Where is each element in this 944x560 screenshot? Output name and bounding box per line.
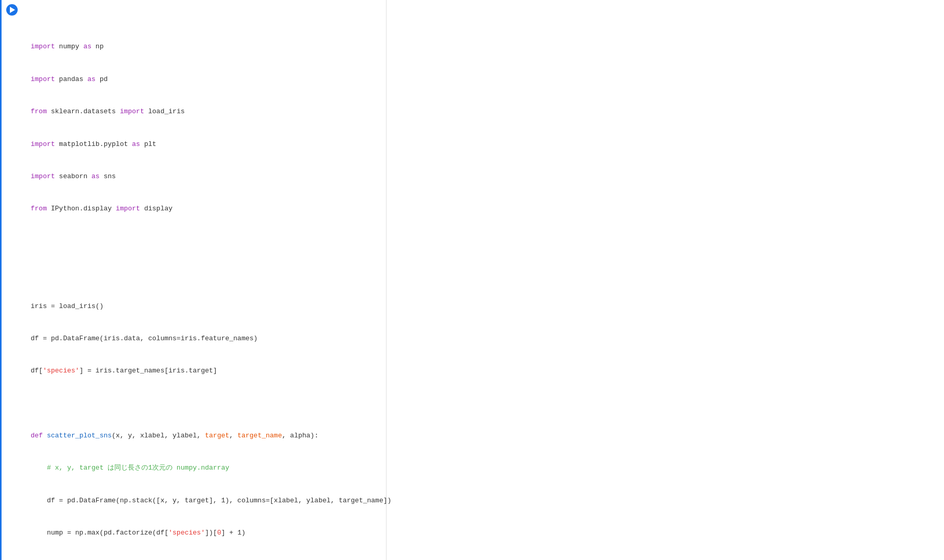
code-line: iris = load_iris() [29, 301, 938, 312]
code-line: df = pd.DataFrame(np.stack([x, y, target… [29, 496, 938, 506]
cell-code-content: import numpy as np import pandas as pd f… [22, 0, 944, 560]
code-line: from sklearn.datasets import load_iris [29, 106, 938, 117]
vertical-separator [386, 0, 387, 560]
code-line: from IPython.display import display [29, 204, 938, 215]
code-line [29, 236, 938, 247]
code-line: df = pd.DataFrame(iris.data, columns=iri… [29, 334, 938, 344]
code-line [29, 269, 938, 279]
code-line: def scatter_plot_sns(x, y, xlabel, ylabe… [29, 431, 938, 442]
code-line: import matplotlib.pyplot as plt [29, 139, 938, 150]
notebook: import numpy as np import pandas as pd f… [0, 0, 944, 560]
code-line: import numpy as np [29, 42, 938, 52]
run-button[interactable] [2, 0, 22, 16]
code-line: # x, y, target は同じ長さの1次元の numpy.ndarray [29, 463, 938, 474]
code-block: import numpy as np import pandas as pd f… [29, 4, 938, 560]
code-line: import pandas as pd [29, 74, 938, 85]
code-line: nump = np.max(pd.factorize(df['species']… [29, 528, 938, 539]
code-cell-1: import numpy as np import pandas as pd f… [0, 0, 944, 560]
code-line: df['species'] = iris.target_names[iris.t… [29, 366, 938, 377]
code-line [29, 398, 938, 409]
run-icon[interactable] [6, 4, 18, 16]
code-line: import seaborn as sns [29, 171, 938, 182]
